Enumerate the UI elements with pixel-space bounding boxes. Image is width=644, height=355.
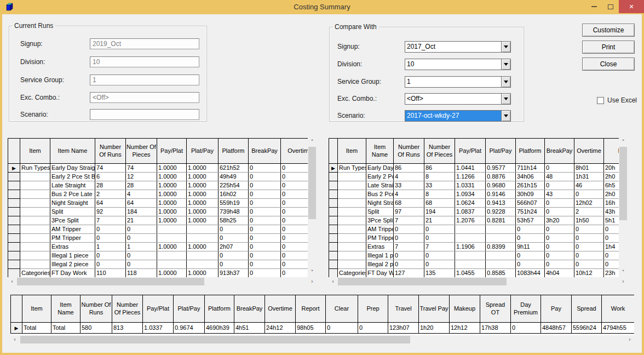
grid-cell[interactable]: 1h4 bbox=[604, 243, 619, 251]
grid-cell[interactable]: 0 bbox=[281, 251, 308, 260]
grid-cell[interactable]: 0 bbox=[545, 225, 574, 234]
grid-cell[interactable]: 48 bbox=[545, 173, 574, 181]
grid-cell[interactable]: 127 bbox=[394, 269, 424, 278]
grid-cell[interactable]: Early 2 Pc bbox=[366, 173, 394, 181]
grid-cell[interactable]: 6h5 bbox=[604, 181, 619, 190]
grid-cell[interactable] bbox=[20, 225, 50, 234]
grid-cell[interactable]: 2h0 bbox=[604, 190, 619, 199]
grid-cell[interactable]: 4 bbox=[394, 173, 424, 181]
row-selector[interactable] bbox=[329, 234, 338, 243]
grid-cell[interactable]: 0 bbox=[516, 251, 545, 260]
grid-cell[interactable]: 0 bbox=[249, 216, 281, 225]
grid-cell[interactable]: 0 bbox=[394, 234, 424, 243]
grid-cell[interactable]: 46 bbox=[574, 181, 604, 190]
grid-cell[interactable]: 0.9680 bbox=[486, 181, 516, 190]
grid-cell[interactable]: 4794h55 bbox=[602, 323, 635, 334]
scroll-left-icon[interactable]: ‹ bbox=[8, 277, 16, 286]
grid-cell[interactable]: 68 bbox=[424, 199, 455, 208]
grid-cell[interactable]: 4 bbox=[126, 190, 157, 199]
grid-cell[interactable]: 0 bbox=[249, 173, 281, 181]
grid-cell[interactable]: 0 bbox=[604, 234, 619, 243]
grid-cell[interactable] bbox=[338, 190, 366, 199]
grid-cell[interactable]: 1h20 bbox=[419, 323, 450, 334]
grid-cell[interactable]: 1.0837 bbox=[455, 208, 486, 216]
grid-cell[interactable]: 17h38 bbox=[480, 323, 511, 334]
grid-cell[interactable]: 64 bbox=[126, 199, 157, 208]
grid-cell[interactable]: 0 bbox=[249, 164, 281, 173]
grid-cell[interactable]: Night Straight bbox=[50, 199, 95, 208]
row-selector[interactable] bbox=[329, 208, 338, 216]
compare-signup-select[interactable]: 2017_Oct bbox=[405, 41, 511, 53]
grid-cell[interactable]: Split bbox=[50, 208, 95, 216]
grid-cell[interactable]: 0 bbox=[516, 234, 545, 243]
grid-cell[interactable] bbox=[338, 234, 366, 243]
grid-cell[interactable] bbox=[455, 251, 486, 260]
grid-cell[interactable]: 74 bbox=[126, 164, 157, 173]
grid-cell[interactable]: 0 bbox=[219, 234, 249, 243]
grid-cell[interactable]: 16h02 bbox=[219, 190, 249, 199]
grid-cell[interactable]: 9h11 bbox=[516, 243, 545, 251]
grid-cell[interactable]: Split bbox=[366, 208, 394, 216]
grid-cell[interactable]: 21 bbox=[126, 216, 157, 225]
grid-cell[interactable]: 123h07 bbox=[388, 323, 419, 334]
grid-cell[interactable]: 1.0000 bbox=[157, 243, 187, 251]
grid-cell[interactable]: 0 bbox=[126, 225, 157, 234]
scrollbar-thumb[interactable] bbox=[338, 278, 507, 285]
grid-cell[interactable]: 12h12 bbox=[450, 323, 480, 334]
grid-cell[interactable]: 0 bbox=[126, 234, 157, 243]
grid-cell[interactable]: 1.0000 bbox=[157, 199, 187, 208]
row-selector[interactable]: ▶ bbox=[8, 164, 20, 173]
use-excel-checkbox[interactable] bbox=[597, 97, 604, 104]
grid-cell[interactable]: 751h24 bbox=[516, 208, 545, 216]
grid-cell[interactable]: 0 bbox=[545, 199, 574, 208]
grid-cell[interactable] bbox=[187, 234, 219, 243]
grid-cell[interactable]: 0 bbox=[424, 251, 455, 260]
row-selector[interactable] bbox=[329, 269, 338, 278]
customize-button[interactable]: Customize bbox=[582, 24, 635, 37]
grid-cell[interactable]: 98h05 bbox=[296, 323, 326, 334]
grid-cell[interactable] bbox=[338, 199, 366, 208]
row-selector[interactable] bbox=[8, 199, 20, 208]
grid-cell[interactable]: Run Types bbox=[338, 164, 366, 173]
grid-cell[interactable]: 10h12 bbox=[574, 269, 604, 278]
compare-scenario-select[interactable]: 2017-oct-wkdy-27 bbox=[405, 110, 511, 122]
grid-cell[interactable]: 1.0000 bbox=[187, 181, 219, 190]
grid-cell[interactable] bbox=[338, 173, 366, 181]
grid-cell[interactable]: AM Tripper bbox=[50, 225, 95, 234]
close-window-button[interactable]: ✕ bbox=[619, 0, 644, 13]
scroll-left-icon[interactable]: ‹ bbox=[10, 335, 19, 344]
dropdown-arrow-icon[interactable] bbox=[501, 77, 510, 87]
grid-cell[interactable]: 33 bbox=[394, 181, 424, 190]
grid-cell[interactable] bbox=[157, 260, 187, 269]
grid-cell[interactable]: 0.8281 bbox=[486, 216, 516, 225]
grid-cell[interactable]: 0 bbox=[249, 208, 281, 216]
grid-cell[interactable] bbox=[20, 208, 50, 216]
grid-cell[interactable]: 0 bbox=[219, 251, 249, 260]
grid-cell[interactable]: 8 bbox=[424, 173, 455, 181]
grid-cell[interactable]: 0 bbox=[574, 234, 604, 243]
grid-cell[interactable]: 913h37 bbox=[219, 269, 249, 278]
maximize-button[interactable] bbox=[602, 0, 619, 13]
grid-cell[interactable]: 8h01 bbox=[574, 164, 604, 173]
grid-cell[interactable]: 68 bbox=[394, 199, 424, 208]
grid-cell[interactable] bbox=[486, 260, 516, 269]
grid-cell[interactable]: 184 bbox=[126, 208, 157, 216]
grid-cell[interactable]: 0 bbox=[281, 208, 308, 216]
grid-cell[interactable]: FT Day W bbox=[366, 269, 394, 278]
grid-cell[interactable]: 118 bbox=[126, 269, 157, 278]
grid-cell[interactable]: 1.0000 bbox=[187, 243, 219, 251]
grid-cell[interactable] bbox=[338, 181, 366, 190]
grid-cell[interactable]: Run Types bbox=[20, 164, 50, 173]
grid-cell[interactable]: 2 bbox=[95, 190, 126, 199]
grid-cell[interactable]: 0 bbox=[545, 243, 574, 251]
scroll-right-icon[interactable]: › bbox=[308, 277, 317, 286]
horizontal-scrollbar[interactable]: ‹ › bbox=[8, 277, 317, 286]
grid-cell[interactable]: 0 bbox=[424, 225, 455, 234]
grid-cell[interactable]: 1.0000 bbox=[187, 164, 219, 173]
scroll-up-icon[interactable]: ˄ bbox=[308, 138, 317, 147]
grid-cell[interactable] bbox=[20, 243, 50, 251]
grid-cell[interactable]: 0 bbox=[249, 234, 281, 243]
grid-cell[interactable]: PM Tripper bbox=[366, 234, 394, 243]
grid-cell[interactable]: 0 bbox=[249, 260, 281, 269]
row-selector[interactable] bbox=[329, 199, 338, 208]
